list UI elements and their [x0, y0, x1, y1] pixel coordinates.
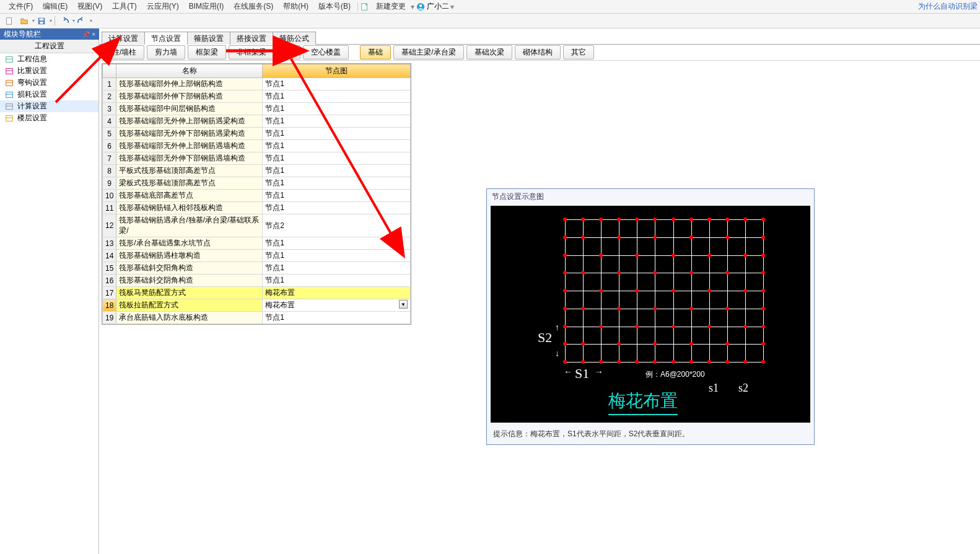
table-row[interactable]: 17筏板马凳筋配置方式梅花布置: [103, 287, 411, 299]
category-btn-8[interactable]: 基础次梁: [466, 45, 512, 59]
svg-rect-15: [6, 103, 13, 109]
top-help-link[interactable]: 为什么自动识别梁: [918, 1, 978, 12]
row-value[interactable]: 梅花布置▼: [263, 299, 411, 312]
arrow-s1-right: →: [595, 367, 603, 377]
nav-tree-header: 工程设置: [0, 40, 98, 53]
row-value[interactable]: 节点1: [263, 312, 411, 324]
category-btn-4[interactable]: 板: [277, 45, 300, 59]
table-row[interactable]: 9梁板式筏形基础顶部高差节点节点1: [103, 177, 411, 190]
row-value[interactable]: 节点1: [263, 202, 411, 214]
col-name[interactable]: 名称: [116, 64, 263, 78]
row-name: 筏板拉筋配置方式: [116, 299, 263, 312]
nav-item-icon: [5, 79, 15, 87]
category-btn-10[interactable]: 其它: [563, 45, 594, 59]
table-row[interactable]: 15筏形基础斜交阳角构造节点1: [103, 262, 411, 275]
menu-cloud[interactable]: 云应用(Y): [142, 0, 184, 13]
settings-tab-4[interactable]: 箍筋公式: [273, 32, 316, 45]
category-btn-7[interactable]: 基础主梁/承台梁: [393, 45, 463, 59]
row-name: 承台底筋锚入防水底板构造: [116, 312, 263, 324]
category-btn-9[interactable]: 砌体结构: [515, 45, 561, 59]
pin-icon[interactable]: 📌 ×: [82, 31, 95, 38]
settings-tab-1[interactable]: 节点设置: [144, 32, 188, 45]
svg-rect-17: [6, 115, 13, 121]
menu-edit[interactable]: 编辑(E): [38, 0, 72, 13]
row-value[interactable]: 节点1: [263, 275, 411, 287]
category-btn-1[interactable]: 剪力墙: [147, 45, 185, 59]
category-btn-6[interactable]: 基础: [360, 45, 391, 59]
menu-view[interactable]: 视图(V): [72, 0, 107, 13]
label-s1-lower: s1: [709, 382, 719, 395]
row-value[interactable]: 节点1: [263, 190, 411, 202]
settings-tab-0[interactable]: 计算设置: [102, 32, 145, 45]
row-value[interactable]: 节点1: [263, 165, 411, 177]
nav-item-3[interactable]: 损耗设置: [0, 89, 98, 100]
arrow-s1-left: ←: [564, 367, 572, 377]
row-value[interactable]: 节点1: [263, 152, 411, 165]
table-row[interactable]: 5筏形基础端部无外伸下部钢筋遇梁构造节点1: [103, 128, 411, 140]
settings-tab-2[interactable]: 箍筋设置: [187, 32, 230, 45]
row-value[interactable]: 节点1: [263, 115, 411, 128]
table-row[interactable]: 18筏板拉筋配置方式梅花布置▼: [103, 299, 411, 312]
category-btn-5[interactable]: 空心楼盖: [303, 45, 349, 59]
row-value[interactable]: 节点1: [263, 128, 411, 140]
row-number: 14: [103, 250, 116, 262]
menu-tool[interactable]: 工具(T): [107, 0, 141, 13]
settings-tab-3[interactable]: 搭接设置: [230, 32, 273, 45]
row-value[interactable]: 节点1: [263, 78, 411, 90]
col-diagram[interactable]: 节点图: [263, 64, 411, 78]
menu-version[interactable]: 版本号(B): [313, 0, 356, 13]
menu-online[interactable]: 在线服务(S): [229, 0, 278, 13]
label-s2-lower: s2: [738, 382, 748, 395]
dropdown-icon[interactable]: ▼: [399, 300, 408, 309]
table-row[interactable]: 19承台底筋锚入防水底板构造节点1: [103, 312, 411, 324]
nav-item-5[interactable]: 楼层设置: [0, 112, 98, 124]
row-name: 筏形基础端部中间层钢筋构造: [116, 103, 263, 115]
menu-bim[interactable]: BIM应用(I): [184, 0, 229, 13]
table-row[interactable]: 2筏形基础端部外伸下部钢筋构造节点1: [103, 90, 411, 103]
row-value[interactable]: 节点1: [263, 177, 411, 190]
nav-item-1[interactable]: 比重设置: [0, 65, 98, 77]
svg-rect-5: [40, 18, 44, 20]
row-value[interactable]: 节点1: [263, 262, 411, 275]
nav-item-4[interactable]: 计算设置: [0, 100, 98, 112]
table-row[interactable]: 12筏形基础钢筋遇承台/独基/承台梁/基础联系梁/节点2: [103, 214, 411, 237]
table-row[interactable]: 16筏形基础斜交阴角构造节点1: [103, 275, 411, 287]
row-number: 9: [103, 177, 116, 190]
table-row[interactable]: 13筏形/承台基础遇集水坑节点节点1: [103, 237, 411, 250]
row-value[interactable]: 节点1: [263, 103, 411, 115]
table-row[interactable]: 3筏形基础端部中间层钢筋构造节点1: [103, 103, 411, 115]
table-row[interactable]: 8平板式筏形基础顶部高差节点节点1: [103, 165, 411, 177]
undo-button[interactable]: [58, 15, 71, 27]
category-btn-0[interactable]: 柱/墙柱: [104, 45, 144, 59]
row-value[interactable]: 节点1: [263, 90, 411, 103]
table-row[interactable]: 1筏形基础端部外伸上部钢筋构造节点1: [103, 78, 411, 90]
row-value[interactable]: 节点1: [263, 140, 411, 152]
row-name: 筏形/承台基础遇集水坑节点: [116, 237, 263, 250]
menu-help[interactable]: 帮助(H): [278, 0, 313, 13]
menu-newchange[interactable]: 新建变更: [371, 0, 411, 13]
table-row[interactable]: 10筏形基础底部高差节点节点1: [103, 190, 411, 202]
category-btn-2[interactable]: 框架梁: [188, 45, 226, 59]
table-row[interactable]: 14筏形基础钢筋遇柱墩构造节点1: [103, 250, 411, 262]
row-number: 19: [103, 312, 116, 324]
row-number: 17: [103, 287, 116, 299]
row-value[interactable]: 节点1: [263, 237, 411, 250]
table-row[interactable]: 7筏形基础端部无外伸下部钢筋遇墙构造节点1: [103, 152, 411, 165]
table-row[interactable]: 4筏形基础端部无外伸上部钢筋遇梁构造节点1: [103, 115, 411, 128]
row-value[interactable]: 节点2: [263, 214, 411, 237]
nav-item-2[interactable]: 弯钩设置: [0, 77, 98, 89]
user-menu[interactable]: 广小二 ▾: [416, 1, 454, 12]
nav-item-0[interactable]: 工程信息: [0, 53, 98, 65]
category-btn-3[interactable]: 非框架梁: [229, 45, 274, 59]
nav-item-label: 比重设置: [17, 66, 47, 76]
table-row[interactable]: 11筏形基础钢筋锚入相邻筏板构造节点1: [103, 202, 411, 214]
new-button[interactable]: [2, 15, 16, 27]
redo-button[interactable]: [75, 15, 89, 27]
open-button[interactable]: [17, 15, 31, 27]
nav-item-label: 楼层设置: [17, 113, 47, 123]
menu-file[interactable]: 文件(F): [4, 0, 38, 13]
table-row[interactable]: 6筏形基础端部无外伸上部钢筋遇墙构造节点1: [103, 140, 411, 152]
row-value[interactable]: 梅花布置: [263, 287, 411, 299]
save-button[interactable]: [35, 15, 48, 27]
row-value[interactable]: 节点1: [263, 250, 411, 262]
